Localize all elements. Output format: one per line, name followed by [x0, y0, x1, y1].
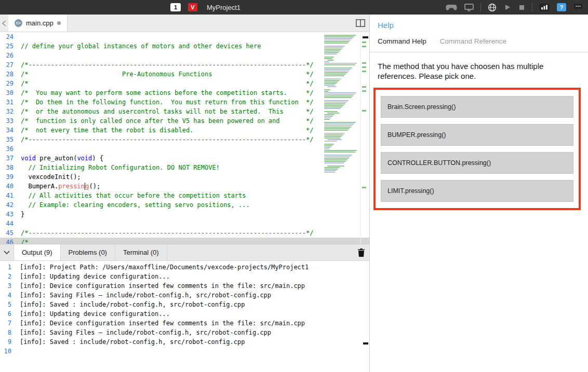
line-number: 25: [0, 43, 14, 50]
help-icon[interactable]: ?: [557, 3, 566, 11]
code-line[interactable]: 27/*------------------------------------…: [0, 60, 369, 70]
output-text: [info]: Saving Files — include/robot-con…: [20, 329, 271, 336]
panel-collapse-icon[interactable]: [0, 244, 14, 260]
code-line[interactable]: 29/* */: [0, 79, 369, 88]
line-number: 36: [0, 145, 14, 153]
code-line[interactable]: 24: [0, 32, 369, 42]
output-text: [info]: Device configuration inserted fe…: [20, 320, 305, 327]
output-text: [info]: Saved : include/robot-config.h, …: [20, 301, 245, 308]
stop-icon[interactable]: [518, 4, 525, 11]
play-icon[interactable]: [504, 4, 511, 11]
help-message: The method that you have choosen has mul…: [378, 61, 570, 81]
help-tab-command-reference[interactable]: Command Reference: [440, 37, 506, 52]
output-line-number: 9: [0, 338, 11, 346]
line-number: 26: [0, 52, 14, 59]
code-line[interactable]: 42 // Example: clearing encoders, settin…: [0, 200, 369, 210]
brain-slot-number: 1: [174, 4, 177, 10]
output-line-number: 7: [0, 320, 11, 327]
code-line[interactable]: 25// define your global instances of mot…: [0, 42, 369, 51]
output-text: [info]: Updating device configuration...: [20, 273, 170, 280]
code-line[interactable]: 38 // Initializing Robot Configuration. …: [0, 163, 369, 172]
code-line[interactable]: 30/* You may want to perform some action…: [0, 88, 369, 98]
method-option[interactable]: Brain.Screen.pressing(): [381, 96, 573, 118]
output-line-number: 8: [0, 329, 11, 336]
code-line[interactable]: 32/* or the autonomous and usercontrol t…: [0, 107, 369, 116]
code-line[interactable]: 39 vexcodeInit();: [0, 172, 369, 182]
line-number: 29: [0, 80, 14, 87]
code-line[interactable]: 46/*: [0, 238, 369, 244]
code-line[interactable]: 35/*------------------------------------…: [0, 135, 369, 144]
output-line-number: 4: [0, 292, 11, 299]
panel-tabs: Output (9)Problems (0)Terminal (0): [14, 244, 167, 260]
cpp-file-icon: C+: [15, 19, 22, 27]
method-option[interactable]: BUMPER.pressing(): [381, 124, 573, 146]
editor-region: C+ main.cpp 2425// define your global in…: [0, 15, 370, 372]
code-line[interactable]: 34/* not every time that the robot is di…: [0, 126, 369, 135]
code-line[interactable]: 45/*------------------------------------…: [0, 228, 369, 238]
scrollbar-thumb[interactable]: [363, 36, 368, 38]
tab-main-cpp[interactable]: C+ main.cpp: [8, 15, 68, 32]
output-line: 5[info]: Saved : include/robot-config.h,…: [0, 300, 369, 309]
overview-marker: [362, 110, 366, 112]
overview-marker: [362, 71, 366, 72]
output-line: 7[info]: Device configuration inserted f…: [0, 319, 369, 328]
editor-tabbar: C+ main.cpp: [0, 15, 369, 32]
topbar: 1 V MyProject1 ?: [0, 0, 588, 15]
code-lines: 2425// define your global instances of m…: [0, 32, 369, 244]
code-line[interactable]: 33/* function is only called once after …: [0, 116, 369, 126]
code-line[interactable]: 31/* Do them in the following function. …: [0, 98, 369, 107]
feedback-icon[interactable]: [573, 3, 583, 11]
method-option[interactable]: LIMIT.pressing(): [381, 180, 573, 202]
code-line[interactable]: 41 // All activities that occur before t…: [0, 191, 369, 200]
code-line[interactable]: 40 BumperA.pressing();: [0, 182, 369, 191]
help-icon-glyph: ?: [557, 3, 566, 11]
help-tabs: Command HelpCommand Reference: [370, 37, 588, 52]
line-number: 33: [0, 117, 14, 125]
output-line: 8[info]: Saving Files — include/robot-co…: [0, 328, 369, 337]
code-editor[interactable]: 2425// define your global instances of m…: [0, 32, 369, 244]
topbar-divider: [532, 3, 532, 11]
globe-icon[interactable]: [488, 3, 497, 12]
overview-marker: [362, 66, 366, 68]
output-line: 2[info]: Updating device configuration..…: [0, 272, 369, 281]
help-tab-command-help[interactable]: Command Help: [378, 37, 426, 52]
overview-marker: [362, 62, 366, 64]
line-number: 31: [0, 99, 14, 106]
panel-tab-problems[interactable]: Problems (0): [61, 244, 115, 260]
tab-scroll-left-icon[interactable]: [0, 15, 8, 32]
output-line: 1[info]: Project Path: /Users/maxoffline…: [0, 263, 369, 272]
scrollbar[interactable]: [360, 32, 369, 244]
code-line[interactable]: 37void pre_auton(void) {: [0, 154, 369, 163]
clear-output-icon[interactable]: [358, 249, 365, 259]
output-console: 1[info]: Project Path: /Users/maxoffline…: [0, 261, 369, 372]
panel-tab-terminal[interactable]: Terminal (0): [115, 244, 167, 260]
code-line[interactable]: 26: [0, 51, 369, 60]
output-scrollbar-thumb[interactable]: [363, 342, 368, 345]
output-text: [info]: Updating device configuration...: [20, 310, 170, 318]
panel-tab-output[interactable]: Output (9): [14, 244, 61, 260]
project-title: MyProject1: [207, 4, 240, 11]
brain-slot-icon[interactable]: 1: [170, 3, 181, 11]
console-icon[interactable]: [539, 3, 550, 11]
help-panel-title: Help: [378, 21, 581, 30]
method-option[interactable]: CONTROLLER.BUTTON.pressing(): [381, 152, 573, 174]
output-line: 3[info]: Device configuration inserted f…: [0, 281, 369, 291]
output-line-number: 6: [0, 310, 11, 318]
line-number: 27: [0, 61, 14, 68]
modified-dot-icon: [57, 21, 61, 25]
code-line[interactable]: 44: [0, 219, 369, 228]
code-line[interactable]: 36: [0, 144, 369, 154]
output-text: [info]: Saved : include/robot-config.h, …: [20, 338, 245, 346]
line-number: 30: [0, 89, 14, 97]
controller-icon[interactable]: [446, 4, 457, 11]
output-line: 9[info]: Saved : include/robot-config.h,…: [0, 337, 369, 347]
code-line[interactable]: 43}: [0, 210, 369, 219]
minimap[interactable]: [324, 33, 360, 244]
overview-marker: [362, 90, 366, 92]
monitor-icon[interactable]: [464, 4, 474, 11]
line-number: 34: [0, 127, 14, 134]
split-editor-icon[interactable]: [356, 19, 365, 29]
code-line[interactable]: 28/* Pre-Autonomous Functions */: [0, 70, 369, 79]
output-line: 4[info]: Saving Files — include/robot-co…: [0, 291, 369, 300]
vex-logo-icon[interactable]: V: [188, 3, 197, 11]
